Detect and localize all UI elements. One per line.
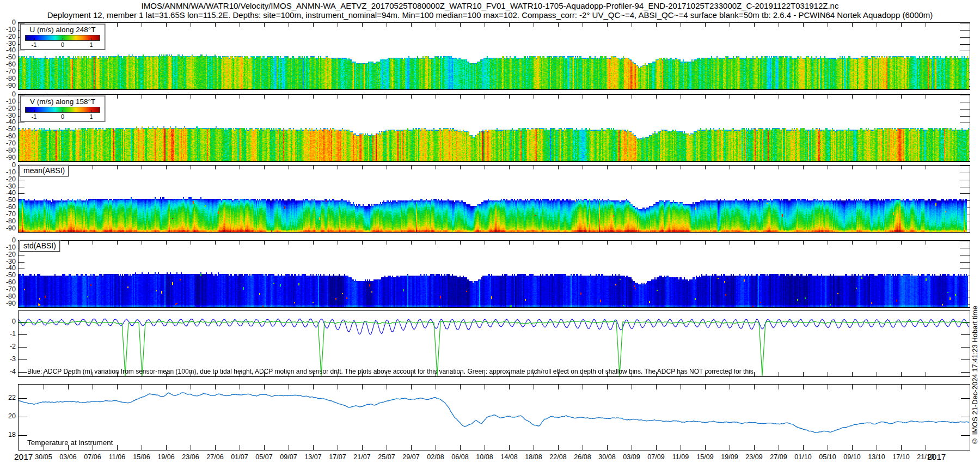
date-label-07-09: 07/09 — [644, 453, 669, 461]
u-colorbar-tick-1: 1 — [89, 41, 93, 48]
depth-tick-std--90: -90 — [0, 300, 16, 307]
panel-temperature: Temperature at instrument — [18, 384, 970, 450]
imos-watermark: © IMOS 21-Dec-2024 17:41:23 Hobart time — [971, 297, 979, 445]
v-colorbar-tick-neg1: -1 — [32, 113, 37, 120]
x-axis-year-left: 2017 — [14, 452, 33, 462]
date-label-27-09: 27/09 — [766, 453, 791, 461]
date-label-13-07: 13/07 — [301, 453, 326, 461]
date-label-01-10: 01/10 — [791, 453, 816, 461]
date-label-07-06: 07/06 — [80, 453, 105, 461]
date-label-23-06: 23/06 — [178, 453, 203, 461]
std-absi-heatmap — [19, 241, 970, 307]
date-label-09-07: 09/07 — [276, 453, 301, 461]
date-label-03-06: 03/06 — [56, 453, 81, 461]
v-legend-title: V (m/s) along 158°T — [21, 97, 105, 106]
depth-annotation: Blue: ADCP Depth (m) variation from sens… — [27, 368, 755, 375]
date-label-27-06: 27/06 — [203, 453, 228, 461]
panel-v-velocity: V (m/s) along 158°T -1 0 1 — [18, 94, 970, 162]
depthvar-tick--1: -1 — [0, 330, 16, 338]
date-label-29-07: 29/07 — [399, 453, 424, 461]
mean-absi-heatmap — [19, 166, 970, 232]
depth-tick-v--90: -90 — [0, 154, 16, 161]
panel-u-velocity: U (m/s) along 248°T -1 0 1 — [18, 22, 970, 90]
x-axis-year-right: 2017 — [927, 452, 946, 462]
u-colorbar-tick-neg1: -1 — [32, 41, 37, 48]
date-label-30-05: 30/05 — [31, 453, 56, 461]
v-colorbar-gradient — [25, 107, 100, 113]
panel-depth-variation: Blue: ADCP Depth (m) variation from sens… — [18, 310, 970, 377]
date-label-05-10: 05/10 — [815, 453, 840, 461]
depthvar-tick-0: 0 — [0, 318, 16, 325]
date-label-17-10: 17/10 — [889, 453, 914, 461]
date-label-11-09: 11/09 — [668, 453, 693, 461]
figure-title-filename: IMOS/ANMN/WA/WATR10/Velocity/IMOS_ANMN-W… — [0, 1, 980, 10]
date-label-03-09: 03/09 — [619, 453, 644, 461]
temp-tick-22: 22 — [0, 394, 16, 401]
date-label-09-10: 09/10 — [840, 453, 865, 461]
temp-tick-20: 20 — [0, 412, 16, 420]
date-label-02-08: 02/08 — [423, 453, 448, 461]
v-colorbar-tick-1: 1 — [89, 113, 93, 120]
temperature-label: Temperature at instrument — [27, 438, 113, 447]
date-label-05-07: 05/07 — [252, 453, 277, 461]
depth-tick-u--90: -90 — [0, 82, 16, 89]
temperature-lineplot — [19, 385, 970, 450]
figure-subtitle-deployment-info: Deployment 12, member 1 lat=31.65S lon=1… — [0, 10, 980, 20]
u-legend-title: U (m/s) along 248°T — [21, 25, 105, 34]
date-label-18-08: 18/08 — [521, 453, 546, 461]
depth-tick-mean--90: -90 — [0, 224, 16, 232]
depth-variation-lineplot — [19, 311, 970, 376]
u-colorbar-legend: U (m/s) along 248°T -1 0 1 — [20, 24, 105, 50]
panel-std-absi: std(ABSI) — [18, 240, 970, 308]
date-label-13-10: 13/10 — [864, 453, 889, 461]
date-label-14-08: 14/08 — [497, 453, 522, 461]
date-label-30-08: 30/08 — [595, 453, 620, 461]
u-colorbar-gradient — [25, 35, 100, 41]
v-colorbar-tick-labels: -1 0 1 — [25, 113, 100, 120]
date-label-15-06: 15/06 — [129, 453, 154, 461]
u-colorbar-tick-labels: -1 0 1 — [25, 41, 100, 48]
date-label-26-08: 26/08 — [570, 453, 595, 461]
figure-root: IMOS/ANMN/WA/WATR10/Velocity/IMOS_ANMN-W… — [0, 0, 980, 463]
v-colorbar-tick-0: 0 — [61, 113, 64, 120]
v-colorbar-legend: V (m/s) along 158°T -1 0 1 — [20, 96, 105, 121]
depthvar-tick--3: -3 — [0, 355, 16, 363]
date-label-19-09: 19/09 — [717, 453, 742, 461]
date-label-15-09: 15/09 — [693, 453, 718, 461]
date-label-06-08: 06/08 — [448, 453, 473, 461]
mean-absi-label: mean(ABSI) — [20, 165, 69, 176]
depthvar-tick--2: -2 — [0, 343, 16, 350]
date-label-23-09: 23/09 — [742, 453, 767, 461]
std-absi-label: std(ABSI) — [20, 240, 60, 252]
date-label-10-08: 10/08 — [472, 453, 497, 461]
date-label-22-08: 22/08 — [546, 453, 571, 461]
date-label-25-07: 25/07 — [374, 453, 399, 461]
date-label-17-07: 17/07 — [325, 453, 350, 461]
v-velocity-heatmap — [19, 95, 970, 161]
depthvar-tick--4: -4 — [0, 368, 16, 375]
date-label-21-07: 21/07 — [350, 453, 375, 461]
u-colorbar-tick-0: 0 — [61, 41, 64, 48]
date-label-11-06: 11/06 — [105, 453, 130, 461]
date-label-19-06: 19/06 — [154, 453, 179, 461]
date-label-01-07: 01/07 — [227, 453, 252, 461]
temp-tick-18: 18 — [0, 431, 16, 438]
panel-mean-absi: mean(ABSI) — [18, 165, 970, 233]
u-velocity-heatmap — [19, 23, 970, 89]
